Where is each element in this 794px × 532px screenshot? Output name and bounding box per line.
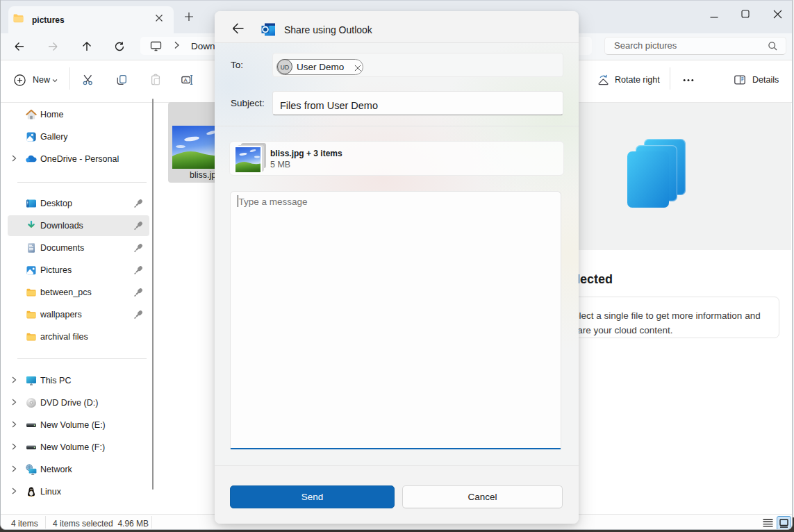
- svg-text:A: A: [184, 77, 188, 83]
